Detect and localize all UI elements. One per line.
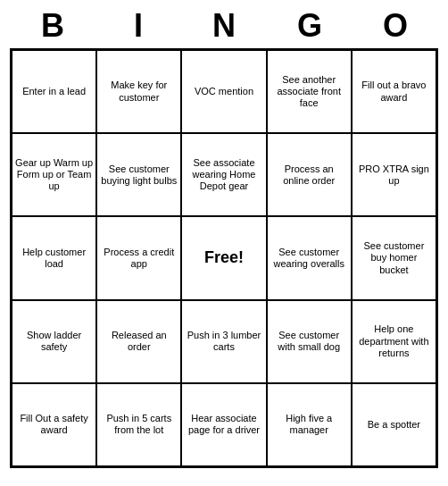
cell-14[interactable]: See customer buy homer bucket [352, 216, 436, 299]
cell-5[interactable]: Gear up Warm up Form up or Team up [12, 133, 96, 216]
cell-18[interactable]: See customer with small dog [267, 300, 352, 383]
cell-23[interactable]: High five a manager [267, 383, 352, 466]
cell-8[interactable]: Process an online order [267, 133, 352, 216]
cell-24[interactable]: Be a spotter [352, 383, 436, 466]
cell-21[interactable]: Push in 5 carts from the lot [96, 383, 181, 466]
cell-1[interactable]: Make key for customer [96, 50, 181, 133]
bingo-grid: Enter in a lead Make key for customer VO… [10, 48, 438, 468]
cell-17[interactable]: Push in 3 lumber carts [181, 300, 266, 383]
cell-10[interactable]: Help customer load [12, 216, 96, 299]
cell-3[interactable]: See another associate front face [267, 50, 352, 133]
cell-11[interactable]: Process a credit app [96, 216, 181, 299]
cell-20[interactable]: Fill Out a safety award [12, 383, 96, 466]
cell-16[interactable]: Released an order [96, 300, 181, 383]
letter-i: I [99, 7, 178, 45]
cell-13[interactable]: See customer wearing overalls [267, 216, 352, 299]
cell-9[interactable]: PRO XTRA sign up [352, 133, 436, 216]
cell-4[interactable]: Fill out a bravo award [352, 50, 436, 133]
bingo-title: B I N G O [10, 7, 438, 45]
letter-b: B [13, 7, 92, 45]
cell-22[interactable]: Hear associate page for a driver [181, 383, 266, 466]
letter-o: O [356, 7, 435, 45]
cell-0[interactable]: Enter in a lead [12, 50, 96, 133]
cell-2[interactable]: VOC mention [181, 50, 266, 133]
cell-7[interactable]: See associate wearing Home Depot gear [181, 133, 266, 216]
cell-6[interactable]: See customer buying light bulbs [96, 133, 181, 216]
letter-g: G [270, 7, 349, 45]
cell-free[interactable]: Free! [181, 216, 266, 299]
cell-15[interactable]: Show ladder safety [12, 300, 96, 383]
cell-19[interactable]: Help one department with returns [352, 300, 436, 383]
letter-n: N [185, 7, 263, 45]
